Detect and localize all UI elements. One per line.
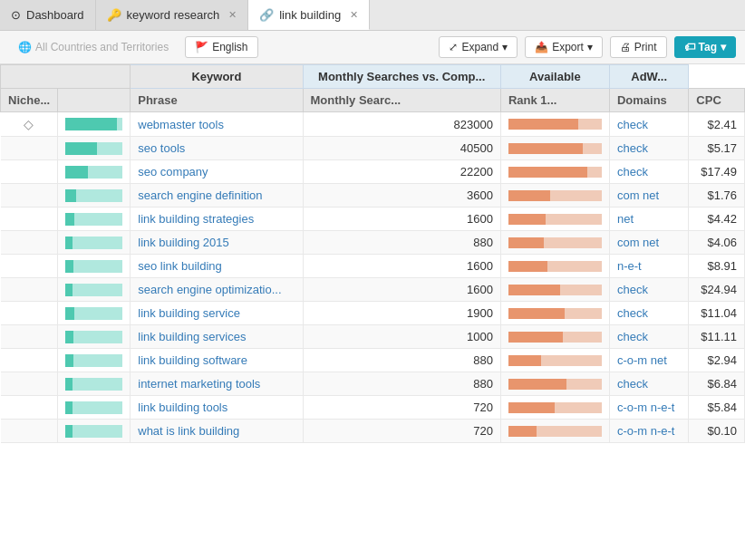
table-row: link building software880c-o-m net$2.94 [1,349,745,372]
keyword-link[interactable]: webmaster tools [138,118,224,131]
phrase-cell[interactable]: link building tools [131,396,303,420]
comp-bar-peach [555,402,602,413]
domains-cell[interactable]: check [609,302,688,325]
bar-light [73,331,122,343]
monthly-searches-cell: 3600 [303,184,500,208]
keyword-link[interactable]: what is link building [138,424,239,438]
keyword-link[interactable]: search engine definition [138,188,262,202]
phrase-cell[interactable]: seo company [131,160,303,184]
tag-button[interactable]: 🏷 Tag ▾ [674,36,736,58]
domains-cell[interactable]: check [609,325,688,349]
niche-cell [1,325,58,349]
domains-cell[interactable]: c-o-m n-e-t [609,420,688,443]
phrase-cell[interactable]: link building strategies [131,208,303,231]
monthly-searches-cell: 22200 [303,160,500,184]
keyword-link[interactable]: link building software [138,353,247,367]
domains-cell[interactable]: c-o-m net [609,349,688,372]
domains-cell[interactable]: com net [609,184,688,208]
comp-bar-peach [550,190,602,201]
phrase-cell[interactable]: seo tools [131,137,303,160]
keyword-table: Keyword Monthly Searches vs. Comp... Ava… [0,64,745,443]
country-selector[interactable]: 🌐 All Countries and Territories [9,37,178,57]
keyword-link[interactable]: link building tools [138,401,227,414]
niche-cell [1,420,58,443]
close-link-building-icon[interactable]: ✕ [350,9,358,21]
col-header-keyword: Keyword [131,65,303,89]
phrase-cell[interactable]: webmaster tools [131,112,303,137]
niche-cell [1,278,58,302]
keyword-link[interactable]: link building service [138,306,240,320]
keyword-link[interactable]: seo link building [138,259,222,273]
language-selector[interactable]: 🚩 English [185,36,257,58]
comp-bar-orange [508,119,578,130]
comp-bar-orange [508,379,566,390]
bar-green [65,401,73,414]
print-button[interactable]: 🖨 Print [610,36,667,58]
phrase-cell[interactable]: link building services [131,325,303,349]
cpc-cell: $24.94 [689,278,745,302]
monthly-searches-cell: 880 [303,372,500,396]
export-label: Export [552,41,584,53]
domains-cell[interactable]: c-o-m n-e-t [609,396,688,420]
cpc-cell: $11.11 [689,325,745,349]
domains-cell[interactable]: check [609,160,688,184]
bar-light [73,237,122,249]
tab-dashboard[interactable]: ⊙ Dashboard [0,0,96,30]
niche-bar-cell [58,396,131,420]
phrase-cell[interactable]: seo link building [131,255,303,278]
phrase-cell[interactable]: internet marketing tools [131,372,303,396]
comp-bar-peach [583,143,602,154]
phrase-cell[interactable]: link building 2015 [131,231,303,255]
keyword-link[interactable]: link building 2015 [138,236,228,249]
print-label: Print [634,41,657,53]
bar-light [73,378,122,391]
keyword-link[interactable]: internet marketing tools [138,377,260,391]
expand-button[interactable]: ⤢ Expand ▾ [439,36,518,58]
comp-bar-peach [547,261,602,272]
bar-light [73,260,122,273]
niche-bar-cell [58,137,131,160]
niche-cell [1,302,58,325]
monthly-searches-cell: 1600 [303,278,500,302]
comp-bar-orange [508,214,546,225]
phrase-cell[interactable]: search engine optimizatio... [131,278,303,302]
monthly-searches-cell: 720 [303,396,500,420]
domains-cell[interactable]: check [609,112,688,137]
tag-label: Tag [699,41,717,53]
export-button[interactable]: 📤 Export ▾ [525,36,603,58]
keyword-link[interactable]: link building strategies [138,212,254,226]
phrase-cell[interactable]: what is link building [131,420,303,443]
table-header-sub: Niche... Phrase Monthly Searc... Rank 1.… [1,89,745,112]
niche-cell [1,208,58,231]
bar-light [73,284,122,296]
bar-light [88,166,122,179]
keyword-link[interactable]: link building services [138,330,246,343]
keyword-link[interactable]: seo tools [138,141,185,155]
domains-cell[interactable]: check [609,372,688,396]
tab-keyword-research[interactable]: 🔑 keyword research ✕ [96,0,249,30]
domains-cell[interactable]: check [609,278,688,302]
phrase-cell[interactable]: search engine definition [131,184,303,208]
bar-green [65,331,73,343]
competition-cell [500,372,609,396]
keyword-link[interactable]: search engine optimizatio... [138,283,281,296]
keyword-link[interactable]: seo company [138,165,208,179]
domains-cell[interactable]: com net [609,231,688,255]
domains-cell[interactable]: net [609,208,688,231]
phrase-cell[interactable]: link building service [131,302,303,325]
competition-cell [500,396,609,420]
sub-header-rank: Rank 1... [500,89,609,112]
print-icon: 🖨 [620,41,631,53]
domains-cell[interactable]: n-e-t [609,255,688,278]
diamond-icon: ◇ [24,117,34,131]
table-row: search engine definition3600com net$1.76 [1,184,745,208]
domains-cell[interactable]: check [609,137,688,160]
export-icon: 📤 [535,41,548,53]
bar-light [74,213,123,226]
niche-bar-cell [58,372,131,396]
close-keyword-research-icon[interactable]: ✕ [228,9,237,21]
monthly-searches-cell: 823000 [303,112,500,137]
bar-light [97,142,122,155]
tab-link-building[interactable]: 🔗 link building ✕ [248,0,370,30]
phrase-cell[interactable]: link building software [131,349,303,372]
